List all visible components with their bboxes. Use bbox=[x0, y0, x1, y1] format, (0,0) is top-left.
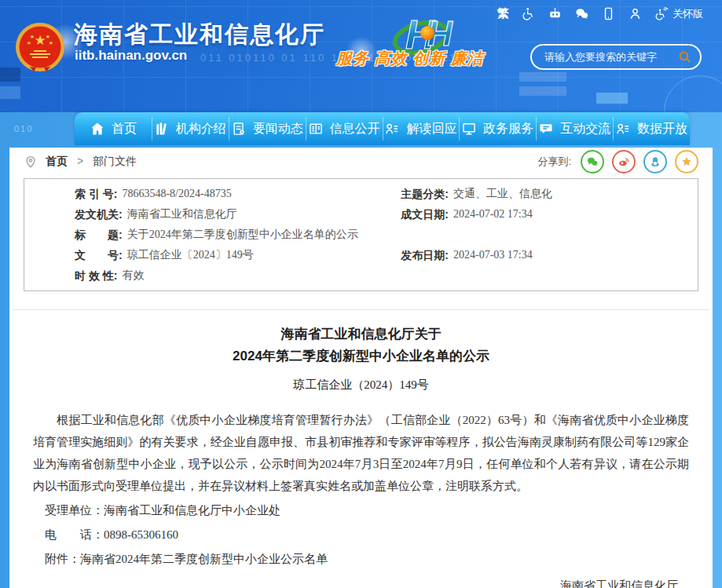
nav-label: 首页 bbox=[112, 121, 137, 137]
meta-label: 时 效 性: bbox=[75, 265, 117, 286]
document-meta-table: 索 引 号:78663548-8/2024-48735 主题分类:交通、工业、信… bbox=[24, 178, 698, 291]
article-title-line2: 2024年第二季度创新型中小企业名单的公示 bbox=[33, 345, 689, 367]
svg-text:★: ★ bbox=[49, 40, 53, 46]
panel-decoration bbox=[596, 93, 628, 104]
svg-text:★: ★ bbox=[30, 34, 35, 39]
care-version-link[interactable]: 关怀版 bbox=[654, 6, 703, 21]
article-title-line1: 海南省工业和信息化厅关于 bbox=[33, 323, 689, 345]
meta-value: 交通、工业、信息化 bbox=[453, 184, 552, 204]
meta-row bbox=[394, 225, 698, 245]
share-weibo-button[interactable] bbox=[612, 150, 636, 173]
share-qq-button[interactable] bbox=[643, 150, 667, 173]
article-paragraph: 根据工业和信息化部《优质中小企业梯度培育管理暂行办法》（工信部企业（2022）6… bbox=[33, 409, 689, 497]
document-number: 琼工信企业（2024）149号 bbox=[33, 378, 689, 393]
breadcrumb-row: 首页 > 部门文件 分享到: bbox=[9, 148, 713, 176]
svg-text:★: ★ bbox=[34, 33, 46, 48]
share-favorite-button[interactable] bbox=[675, 150, 698, 173]
share-bar: 分享到: bbox=[537, 150, 698, 173]
meta-value: 2024-07-03 17:34 bbox=[453, 245, 533, 265]
site-header: ★ ★ ★ ★ ★ 海南省工业和信息化厅 iitb.hainan.gov.cn … bbox=[0, 0, 722, 112]
search-input[interactable] bbox=[543, 50, 677, 64]
meta-value: 关于2024年第二季度创新型中小企业名单的公示 bbox=[127, 225, 358, 245]
person-lines-icon bbox=[384, 121, 400, 137]
attachment-link[interactable]: 附件：海南省2024年第二季度创新型中小企业公示名单 bbox=[33, 548, 689, 570]
meta-label: 文 号: bbox=[75, 245, 123, 265]
care-version-label: 关怀版 bbox=[673, 7, 703, 21]
meta-row bbox=[394, 265, 698, 286]
nav-label: 机构介绍 bbox=[176, 121, 226, 137]
nav-label: 数据开放 bbox=[637, 121, 687, 137]
article-body: 根据工业和信息化部《优质中小企业梯度培育管理暂行办法》（工信部企业（2022）6… bbox=[33, 409, 689, 497]
meta-value: 2024-07-02 17:34 bbox=[453, 204, 533, 225]
acceptor-line: 受理单位：海南省工业和信息化厅中小企业处 bbox=[33, 499, 689, 521]
scrollbar[interactable] bbox=[713, 148, 722, 588]
robot-assistant-icon[interactable] bbox=[548, 6, 563, 21]
nav-label: 互动交流 bbox=[560, 121, 610, 137]
nav-item-interpretation[interactable]: 解读回应 bbox=[383, 112, 460, 145]
meta-label: 成文日期: bbox=[401, 204, 449, 225]
meta-label: 标 题: bbox=[75, 225, 123, 245]
section-divider bbox=[13, 309, 709, 310]
share-wechat-button[interactable] bbox=[581, 150, 604, 173]
breadcrumb-separator: > bbox=[77, 155, 83, 167]
traditional-chinese-toggle[interactable]: 繁 bbox=[497, 6, 509, 21]
breadcrumb-current[interactable]: 部门文件 bbox=[93, 155, 137, 167]
meta-value: 琼工信企业〔2024〕149号 bbox=[127, 245, 254, 265]
breadcrumb: 首页 > 部门文件 bbox=[46, 155, 137, 169]
nav-label: 信息公开 bbox=[330, 121, 380, 137]
phone-line: 电 话：0898-65306160 bbox=[33, 524, 689, 546]
panel-decoration bbox=[519, 72, 566, 82]
nav-item-open-data[interactable]: 数据开放 bbox=[613, 112, 690, 145]
content-card: 首页 > 部门文件 分享到: 索 引 号:78663548-8/2024-487… bbox=[9, 148, 713, 588]
edge-square-decoration bbox=[0, 86, 20, 99]
nav-item-news[interactable]: 要闻动态 bbox=[229, 112, 306, 145]
breadcrumb-home[interactable]: 首页 bbox=[46, 155, 68, 167]
national-emblem-logo: ★ ★ ★ ★ ★ bbox=[14, 21, 66, 73]
nav-item-government-services[interactable]: 政务服务 bbox=[459, 112, 536, 145]
books-icon bbox=[154, 121, 170, 137]
location-pin-icon bbox=[24, 155, 38, 169]
site-title: 海南省工业和信息化厅 bbox=[74, 19, 325, 51]
nav-label: 政务服务 bbox=[483, 121, 533, 137]
meta-row: 标 题:关于2024年第二季度创新型中小企业名单的公示 bbox=[24, 225, 394, 245]
mobile-version-icon[interactable] bbox=[601, 6, 616, 21]
nav-item-interaction[interactable]: 互动交流 bbox=[536, 112, 613, 145]
binary-digits-decoration: 010 bbox=[14, 124, 33, 133]
signature-org: 海南省工业和信息化厅 bbox=[33, 575, 678, 588]
meta-value: 78663548-8/2024-48735 bbox=[122, 184, 231, 204]
meta-label: 索 引 号: bbox=[75, 184, 117, 204]
document-gear-icon bbox=[231, 121, 247, 137]
meta-row: 主题分类:交通、工业、信息化 bbox=[394, 184, 698, 204]
site-search-box bbox=[530, 44, 702, 70]
article-title: 海南省工业和信息化厅关于 2024年第二季度创新型中小企业名单的公示 bbox=[33, 323, 689, 367]
meta-row: 文 号:琼工信企业〔2024〕149号 bbox=[24, 245, 394, 265]
nav-item-organization[interactable]: 机构介绍 bbox=[152, 112, 229, 145]
meta-row: 发布日期:2024-07-03 17:34 bbox=[394, 245, 698, 265]
meta-row: 发文机关:海南省工业和信息化厅 bbox=[24, 204, 394, 225]
panel-decoration bbox=[519, 86, 566, 96]
user-account-icon[interactable] bbox=[628, 6, 643, 21]
wechat-icon[interactable] bbox=[574, 6, 589, 21]
meta-label: 主题分类: bbox=[401, 184, 449, 204]
share-label: 分享到: bbox=[537, 155, 571, 169]
svg-text:★: ★ bbox=[46, 34, 50, 39]
nav-label: 解读回应 bbox=[406, 121, 456, 137]
star-icon bbox=[680, 155, 693, 168]
meta-row: 索 引 号:78663548-8/2024-48735 bbox=[24, 184, 394, 204]
qq-icon bbox=[649, 155, 662, 168]
accessibility-wheelchair-icon[interactable] bbox=[521, 6, 536, 21]
nav-label: 要闻动态 bbox=[253, 121, 303, 137]
quick-links-bar: 繁 关怀版 bbox=[497, 6, 703, 21]
nav-item-home[interactable]: 首页 bbox=[75, 112, 152, 145]
search-magnifier-icon[interactable] bbox=[677, 49, 692, 64]
person-lines-icon bbox=[615, 121, 631, 137]
meta-label: 发文机关: bbox=[75, 204, 123, 225]
svg-text:★: ★ bbox=[27, 40, 31, 46]
chat-icon bbox=[538, 121, 554, 137]
newspaper-icon bbox=[308, 121, 324, 137]
nav-item-information-disclosure[interactable]: 信息公开 bbox=[306, 112, 383, 145]
wechat-icon bbox=[586, 155, 599, 168]
page: ★ ★ ★ ★ ★ 海南省工业和信息化厅 iitb.hainan.gov.cn … bbox=[0, 0, 722, 588]
weibo-icon bbox=[618, 155, 630, 168]
meta-row: 成文日期:2024-07-02 17:34 bbox=[394, 204, 698, 225]
